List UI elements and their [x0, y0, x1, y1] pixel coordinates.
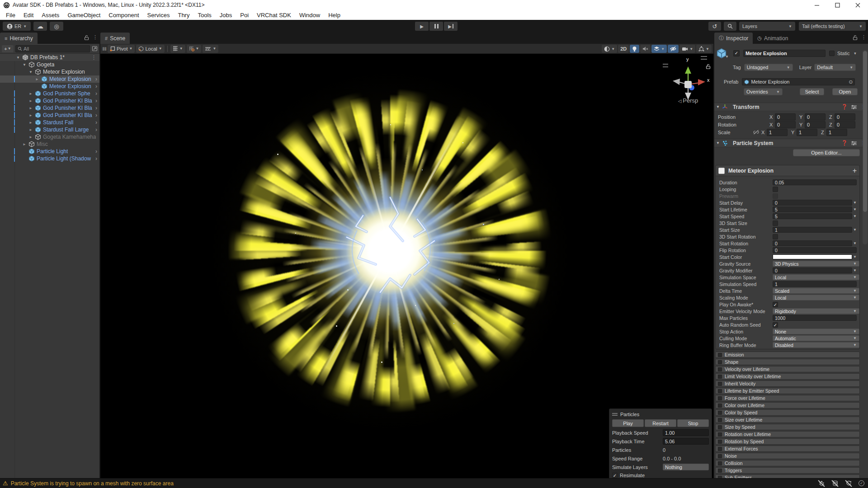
particle-module-bar[interactable]: Sub Emitters: [715, 474, 860, 478]
property-dropdown-icon[interactable]: ▼: [852, 343, 857, 347]
menu-item[interactable]: File: [2, 12, 19, 19]
hierarchy-row[interactable]: Stardust Fall › ⋮: [0, 119, 99, 126]
particle-module-bar[interactable]: Triggers: [715, 467, 860, 474]
property-dropdown-icon[interactable]: ▼: [852, 262, 857, 266]
open-editor-button[interactable]: Open Editor...: [793, 149, 860, 156]
scene-visibility-button[interactable]: [668, 45, 679, 53]
menu-item[interactable]: Edit: [19, 12, 38, 19]
add-module-icon[interactable]: +: [853, 167, 857, 175]
menu-item[interactable]: Help: [324, 12, 344, 19]
property-checkbox[interactable]: [773, 234, 778, 239]
property-dropdown-icon[interactable]: ▼: [852, 255, 857, 259]
lock-icon[interactable]: [853, 35, 858, 40]
expand-arrow-icon[interactable]: [29, 99, 35, 103]
particles-checkbox-row[interactable]: Resimulate: [612, 472, 709, 478]
property-value[interactable]: 1: [773, 281, 857, 287]
particle-module-bar[interactable]: Velocity over Lifetime: [715, 366, 860, 372]
particle-system-component-header[interactable]: ▼ Particle System ❓ ⋮: [714, 139, 868, 147]
prefab-chevron-icon[interactable]: ›: [95, 105, 97, 111]
particle-module-bar[interactable]: Size by Speed: [715, 424, 860, 430]
help-icon[interactable]: ❓: [841, 104, 848, 110]
transform-component-header[interactable]: ▼ Transform ❓ ⋮: [714, 103, 868, 111]
overrides-dropdown[interactable]: Overrides▼: [744, 88, 783, 95]
hierarchy-row[interactable]: Meteor Explosion › ⋮: [0, 68, 99, 75]
hierarchy-row[interactable]: God Punisher KI Bla › ⋮: [0, 112, 99, 119]
property-dropdown-icon[interactable]: ▼: [852, 336, 857, 340]
module-checkbox[interactable]: [718, 389, 722, 393]
setting-value[interactable]: 0.0 - 0.0: [663, 456, 681, 461]
property-checkbox[interactable]: [773, 322, 778, 328]
property-value[interactable]: 1000: [773, 315, 857, 321]
prefab-chevron-icon[interactable]: ›: [95, 155, 97, 162]
particle-module-bar[interactable]: Lifetime by Emitter Speed: [715, 388, 860, 394]
property-dropdown-icon[interactable]: ▼: [852, 309, 857, 313]
module-checkbox[interactable]: [718, 418, 722, 422]
grid-visibility-button[interactable]: ▼: [170, 45, 185, 53]
property-dropdown-icon[interactable]: ▼: [852, 228, 857, 232]
module-checkbox[interactable]: [718, 382, 722, 386]
menu-item[interactable]: Poi: [236, 12, 253, 19]
prefab-chevron-icon[interactable]: ›: [95, 90, 97, 97]
hierarchy-row[interactable]: Meteor Explosion › ⋮: [0, 83, 99, 90]
expand-arrow-icon[interactable]: [29, 92, 35, 96]
menu-item[interactable]: Thry: [174, 12, 193, 19]
module-checkbox[interactable]: [718, 396, 722, 400]
active-checkbox[interactable]: [733, 50, 740, 56]
menu-item[interactable]: VRChat SDK: [253, 12, 295, 19]
expand-arrow-icon[interactable]: [29, 135, 35, 139]
layers-dropdown[interactable]: Layers ▼: [739, 22, 795, 31]
property-dropdown-icon[interactable]: ▼: [852, 329, 857, 333]
tab-inspector[interactable]: ⓘ Inspector: [714, 33, 753, 44]
search-button[interactable]: [724, 22, 736, 31]
setting-value[interactable]: Nothing: [663, 464, 709, 470]
scene-viewport[interactable]: y x ◁ Persp Particles Play Restart Stop: [100, 54, 713, 478]
property-value[interactable]: 0: [773, 240, 852, 246]
property-dropdown-icon[interactable]: ▼: [852, 207, 857, 211]
property-value[interactable]: 3D Physics: [773, 261, 859, 267]
layer-dropdown[interactable]: Default▼: [814, 64, 856, 71]
hierarchy-row[interactable]: Stardust Fall Large › ⋮: [0, 126, 99, 133]
particle-module-bar[interactable]: Size over Lifetime: [715, 417, 860, 423]
property-dropdown-icon[interactable]: ▼: [852, 201, 857, 205]
target-picker-icon[interactable]: ⊙: [849, 79, 853, 85]
property-value[interactable]: Scaled: [773, 288, 859, 294]
presets-icon[interactable]: [851, 105, 857, 109]
main-module-header[interactable]: Meteor Explosion +: [716, 165, 859, 176]
prefab-chevron-icon[interactable]: ›: [95, 112, 97, 118]
snap-button[interactable]: ▼: [187, 45, 202, 53]
menu-item[interactable]: Services: [143, 12, 174, 19]
property-value[interactable]: Disabled: [773, 342, 859, 348]
property-checkbox[interactable]: [773, 193, 778, 199]
gizmo-x-label[interactable]: x: [707, 77, 710, 83]
particle-module-bar[interactable]: Noise: [715, 453, 860, 459]
property-dropdown-icon[interactable]: ▼: [852, 296, 857, 300]
prefab-chevron-icon[interactable]: ›: [95, 148, 97, 155]
property-value[interactable]: Local: [773, 295, 859, 300]
module-checkbox[interactable]: [718, 454, 722, 458]
prefab-object-field[interactable]: Meteor Explosion ⊙: [742, 78, 855, 85]
static-dropdown-icon[interactable]: ▼: [853, 52, 857, 56]
play-button[interactable]: ▶: [415, 22, 429, 31]
x-value-field[interactable]: 1: [767, 129, 788, 136]
property-dropdown-icon[interactable]: ▼: [852, 241, 857, 245]
hierarchy-row[interactable]: God Punisher Sphe › ⋮: [0, 90, 99, 97]
checkbox[interactable]: [612, 473, 618, 478]
expand-arrow-icon[interactable]: [23, 142, 28, 146]
module-checkbox[interactable]: [718, 432, 722, 436]
handle-orientation-button[interactable]: Local ▼: [136, 45, 164, 53]
property-value[interactable]: 5: [773, 206, 852, 212]
x-value-field[interactable]: 0: [775, 113, 796, 121]
y-value-field[interactable]: 0: [805, 113, 826, 121]
undo-history-button[interactable]: ↺: [708, 22, 721, 31]
gizmo-y-label[interactable]: y: [686, 56, 689, 62]
minimize-button[interactable]: [807, 0, 827, 10]
setting-value[interactable]: 1.00: [663, 429, 709, 436]
particle-module-bar[interactable]: Force over Lifetime: [715, 395, 860, 401]
expand-arrow-icon[interactable]: [29, 113, 35, 117]
particles-stop-button[interactable]: Stop: [677, 419, 709, 427]
property-value[interactable]: 5: [773, 213, 852, 219]
property-value[interactable]: None: [773, 328, 859, 334]
expand-arrow-icon[interactable]: [29, 106, 35, 110]
y-value-field[interactable]: 1: [797, 129, 817, 136]
z-value-field[interactable]: 0: [835, 121, 855, 128]
